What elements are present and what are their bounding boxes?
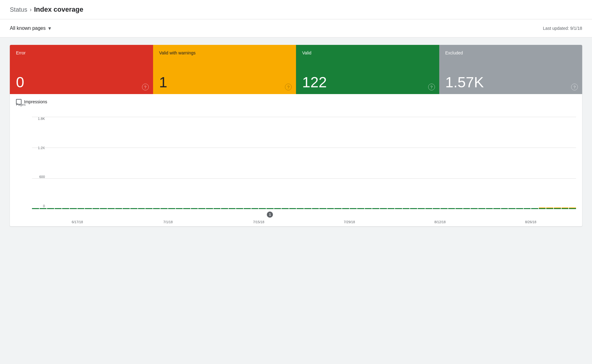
main-content: Error 0 ? Valid with warnings 1 ? Valid … xyxy=(0,38,592,234)
bar-group xyxy=(357,117,364,209)
error-label: Error xyxy=(16,50,147,55)
bar-group xyxy=(70,117,77,209)
bar-group xyxy=(554,117,561,209)
bar-group xyxy=(433,117,440,209)
valid-value: 122 xyxy=(302,75,433,90)
annotation-dot: 1 xyxy=(267,212,273,218)
bar-group xyxy=(425,117,432,209)
valid-label: Valid xyxy=(302,50,433,55)
y-axis-label: Pages xyxy=(16,103,26,106)
x-axis-label: 8/12/18 xyxy=(395,220,485,224)
x-axis-label: 6/17/18 xyxy=(32,220,123,224)
bar-group xyxy=(546,117,553,209)
bar-group xyxy=(380,117,387,209)
bar-group xyxy=(176,117,183,209)
bar-group xyxy=(160,117,168,209)
bar-group xyxy=(539,117,546,209)
bar-group xyxy=(191,117,198,209)
index-coverage-card: Error 0 ? Valid with warnings 1 ? Valid … xyxy=(10,45,582,226)
chart-section: Impressions Pages 1.8K 1.2K 600 0 xyxy=(10,94,582,226)
bar-group xyxy=(47,117,54,209)
bar-group xyxy=(77,117,85,209)
bar-group xyxy=(108,117,115,209)
chart-bars: 1 xyxy=(32,117,576,209)
toolbar: All known pages ▾ Last updated: 9/1/18 xyxy=(0,19,592,38)
bar-group xyxy=(130,117,137,209)
bar-group xyxy=(297,117,304,209)
bar-group xyxy=(153,117,160,209)
error-value: 0 xyxy=(16,75,147,90)
x-axis-label: 8/26/18 xyxy=(485,220,576,224)
bar-group xyxy=(138,117,145,209)
bar-group xyxy=(493,117,500,209)
error-help-icon[interactable]: ? xyxy=(142,84,149,90)
bar-group xyxy=(168,117,175,209)
bar-group xyxy=(403,117,410,209)
bar-group xyxy=(471,117,478,209)
impressions-label: Impressions xyxy=(24,99,47,104)
bar-group xyxy=(531,117,538,209)
valid-help-icon[interactable]: ? xyxy=(428,84,435,90)
dropdown-label: All known pages xyxy=(10,26,46,31)
status-bar-excluded[interactable]: Excluded 1.57K ? xyxy=(439,45,582,94)
bar-group xyxy=(274,117,281,209)
bar-group xyxy=(562,117,569,209)
bar-group xyxy=(508,117,515,209)
status-bars: Error 0 ? Valid with warnings 1 ? Valid … xyxy=(10,45,582,94)
impressions-legend: Impressions xyxy=(16,99,576,105)
bar-group xyxy=(440,117,448,209)
status-bar-error[interactable]: Error 0 ? xyxy=(10,45,153,94)
breadcrumb: Status › Index coverage xyxy=(10,6,83,14)
bar-group xyxy=(334,117,341,209)
bar-group xyxy=(93,117,100,209)
pages-dropdown[interactable]: All known pages ▾ xyxy=(10,24,51,33)
bar-group xyxy=(319,117,326,209)
breadcrumb-status[interactable]: Status xyxy=(10,6,27,13)
breadcrumb-arrow: › xyxy=(30,6,32,13)
bar-group xyxy=(516,117,523,209)
bar-group xyxy=(198,117,205,209)
bar-group xyxy=(183,117,190,209)
x-axis-label: 7/29/18 xyxy=(304,220,395,224)
last-updated-text: Last updated: 9/1/18 xyxy=(543,26,582,31)
bar-group: 1 xyxy=(266,117,274,209)
bar-group xyxy=(350,117,357,209)
warning-label: Valid with warnings xyxy=(159,50,290,55)
bar-group xyxy=(395,117,402,209)
bar-group xyxy=(282,117,289,209)
bar-group xyxy=(32,117,39,209)
bar-group xyxy=(289,117,296,209)
bar-group xyxy=(206,117,213,209)
bar-group xyxy=(486,117,493,209)
bar-group xyxy=(85,117,92,209)
bar-group xyxy=(236,117,243,209)
bar-group xyxy=(501,117,508,209)
bar-group xyxy=(524,117,531,209)
x-axis: 6/17/187/1/187/15/187/29/188/12/188/26/1… xyxy=(32,220,576,224)
bar-group xyxy=(463,117,470,209)
bar-group xyxy=(418,117,425,209)
status-bar-warning[interactable]: Valid with warnings 1 ? xyxy=(153,45,296,94)
bar-group xyxy=(259,117,266,209)
x-axis-label: 7/15/18 xyxy=(213,220,304,224)
status-bar-valid[interactable]: Valid 122 ? xyxy=(296,45,439,94)
excluded-label: Excluded xyxy=(445,50,576,55)
warning-help-icon[interactable]: ? xyxy=(285,84,292,90)
bar-group xyxy=(388,117,395,209)
bar-group xyxy=(478,117,485,209)
bar-group xyxy=(221,117,228,209)
bar-group xyxy=(312,117,319,209)
chevron-down-icon: ▾ xyxy=(48,25,51,32)
excluded-help-icon[interactable]: ? xyxy=(571,84,578,90)
bar-group xyxy=(229,117,236,209)
bar-group xyxy=(145,117,152,209)
bars-container: 1 xyxy=(32,117,576,209)
bar-group xyxy=(100,117,107,209)
bar-group xyxy=(410,117,417,209)
bar-group xyxy=(123,117,130,209)
bar-group xyxy=(456,117,463,209)
warning-value: 1 xyxy=(159,75,290,90)
bar-group xyxy=(327,117,334,209)
bar-group xyxy=(304,117,311,209)
bar-group xyxy=(342,117,349,209)
